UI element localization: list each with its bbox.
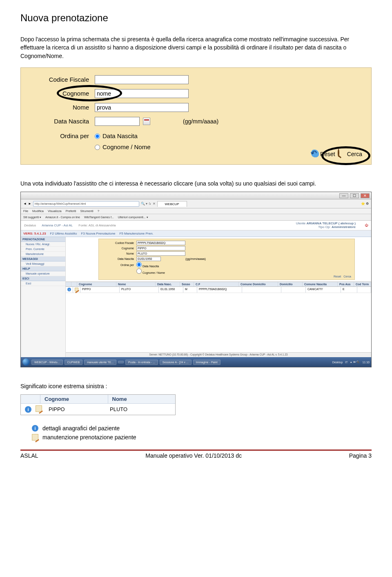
- app-header: Dedalus Arianna CUP - Asl AL Fonte: ASL …: [21, 221, 371, 230]
- menu-strumenti[interactable]: Strumenti: [80, 209, 94, 213]
- info-icon[interactable]: i: [67, 288, 71, 291]
- brand-logo: Dedalus: [24, 224, 36, 227]
- mini-cf[interactable]: [136, 241, 185, 245]
- side-nuova[interactable]: Nuova / Ric. Anagr.: [21, 242, 65, 247]
- fav-more[interactable]: Ulteriori componenti... ▾: [118, 216, 148, 219]
- radio-cognome-nome[interactable]: Cognome / Nome: [95, 143, 151, 150]
- fonte-label: Fonte: ASL di Alessandria: [78, 224, 116, 227]
- fav-wildtangent[interactable]: WildTangent Games f...: [84, 216, 114, 219]
- browser-tab[interactable]: WEBCUP: [157, 201, 187, 207]
- fn-f3[interactable]: F3 Nuova Prenotazione: [81, 232, 115, 235]
- result-table-row[interactable]: i PIPPO PLUTO 01.01.1950 M PPPPLT50A01B6…: [66, 287, 371, 293]
- info-icon: i: [32, 425, 38, 432]
- maximize-button[interactable]: ☐: [350, 193, 359, 198]
- tb-webcup[interactable]: WEBCUP - Windo...: [31, 360, 63, 365]
- input-nome[interactable]: [95, 103, 189, 112]
- legend-row[interactable]: i PIPPO PLUTO: [21, 404, 175, 415]
- date-format-hint: (gg/mm/aaaa): [183, 118, 218, 125]
- function-bar: VERS: 5.4.1.23 F2 Ultimo Assistito F3 Nu…: [21, 230, 371, 237]
- tb-blank[interactable]: [118, 361, 124, 363]
- instruction-paragraph: Una vota individuato l'assistito che ci …: [20, 179, 372, 188]
- side-esci[interactable]: Esci: [21, 281, 65, 286]
- back-icon[interactable]: ◄: [23, 202, 27, 206]
- menu-help[interactable]: ?: [98, 209, 99, 213]
- taskbar: WEBCUP - Windo... CUPWEB manuale utente …: [21, 357, 371, 367]
- radio-data-nascita[interactable]: Data Nascita: [95, 132, 151, 139]
- side-pren-corrente[interactable]: Pren. Corrente: [21, 247, 65, 252]
- side-h-messaggi: MESSAGGI: [21, 257, 65, 262]
- tb-manuale[interactable]: manuale utente TE...: [84, 360, 116, 365]
- label-nome: Nome: [31, 104, 95, 111]
- start-orb[interactable]: [22, 358, 30, 366]
- mini-data[interactable]: [136, 257, 161, 261]
- tb-time: 11:10: [362, 361, 370, 364]
- reset-icon: [310, 150, 319, 159]
- side-manuale[interactable]: Manuale operatore: [21, 271, 65, 276]
- label-ordina-per: Ordina per: [31, 131, 95, 139]
- input-codice-fiscale[interactable]: [95, 75, 189, 84]
- sidebar: PRENOTAZIONE Nuova / Ric. Anagr. Pren. C…: [21, 237, 66, 357]
- legend-list: i dettagli anagrafici del paziente manut…: [32, 425, 372, 441]
- edit-icon[interactable]: [36, 405, 42, 412]
- tb-lang[interactable]: IT: [345, 361, 347, 364]
- mini-cerca[interactable]: Cerca: [343, 275, 351, 278]
- app-name: Arianna CUP - Asl AL: [42, 224, 73, 227]
- fav-amazon[interactable]: Amazon.it - Compra on line: [45, 216, 80, 219]
- close-button[interactable]: ✕: [361, 193, 370, 198]
- reset-button[interactable]: Reset: [310, 150, 335, 159]
- calendar-icon[interactable]: [143, 118, 150, 125]
- mini-reset[interactable]: Reset: [334, 275, 341, 278]
- tb-posta[interactable]: Posta - In entrata - ...: [125, 360, 158, 365]
- address-bar: ◄ ► http://ariannacup/WebCup/frameset.ht…: [21, 199, 371, 208]
- footer-left: ASLAL: [20, 452, 38, 459]
- legend-title: Significato icone estrema sinistra :: [20, 382, 372, 390]
- legend-th-nome: Nome: [108, 395, 176, 403]
- edit-icon: [32, 434, 38, 441]
- user-info: Utente ARIANNA TELECUP ( atelecup ) Tipo…: [296, 222, 356, 229]
- legend-item-edit: manutenzione prenotazione paziente: [42, 434, 136, 441]
- info-icon[interactable]: i: [25, 406, 31, 413]
- mini-nome[interactable]: [136, 251, 185, 256]
- page-title: Nuova prenotazione: [20, 12, 372, 24]
- menu-modifica[interactable]: Modifica: [32, 209, 44, 213]
- favorites-bar: Siti suggeriti ▾ Amazon.it - Compra on l…: [21, 214, 371, 221]
- browser-screenshot: — ☐ ✕ ◄ ► http://ariannacup/WebCup/frame…: [20, 192, 372, 367]
- search-form-panel: Codice Fiscale Cognome Nome Data Nascita…: [20, 67, 372, 165]
- side-vedi-messaggi[interactable]: Vedi Messaggi: [21, 262, 65, 266]
- legend-th-cognome: Cognome: [40, 395, 108, 403]
- fn-f2[interactable]: F2 Ultimo Assistito: [50, 232, 77, 235]
- menu-preferiti[interactable]: Preferiti: [66, 209, 76, 213]
- legend-item-info: dettagli anagrafici del paziente: [42, 425, 120, 432]
- window-titlebar: — ☐ ✕: [21, 192, 371, 199]
- radio-data-nascita-input[interactable]: [95, 134, 100, 139]
- server-footer: Server: NETTUNO (10.70.80.86) - Copyrigh…: [66, 352, 371, 357]
- url-field[interactable]: http://ariannacup/WebCup/frameset.html: [33, 201, 139, 207]
- side-manutenzione[interactable]: Manutenzione: [21, 252, 65, 257]
- input-cognome[interactable]: [95, 89, 189, 98]
- search-icon: [338, 149, 339, 157]
- forward-icon[interactable]: ►: [28, 202, 31, 206]
- label-codice-fiscale: Codice Fiscale: [31, 76, 95, 83]
- exit-icon[interactable]: ⏻: [365, 224, 368, 227]
- mini-search-form: Codice Fiscale Cognome Nome Data Nascita…: [98, 239, 355, 280]
- radio-cognome-nome-input[interactable]: [95, 145, 100, 150]
- intro-paragraph: Dopo l'accesso la prima schermata che si…: [20, 35, 372, 60]
- mini-cognome[interactable]: [136, 246, 185, 250]
- tb-desktop[interactable]: Desktop: [332, 361, 343, 364]
- fav-suggested[interactable]: Siti suggeriti ▾: [23, 216, 41, 219]
- side-h-esci: ESCI: [21, 276, 65, 281]
- tb-sessione[interactable]: Sessione A - [24 x ...: [160, 360, 192, 365]
- menu-file[interactable]: File: [23, 209, 28, 213]
- label-cognome: Cognome: [31, 90, 95, 97]
- edit-icon[interactable]: [75, 288, 78, 291]
- fn-f5[interactable]: F5 Manutenzione Pren.: [119, 232, 153, 235]
- minimize-button[interactable]: —: [339, 193, 348, 198]
- tb-paint[interactable]: Immagine - Paint: [193, 360, 220, 365]
- footer-right: Pagina 3: [349, 452, 372, 459]
- cerca-button[interactable]: Cerca: [337, 150, 362, 159]
- version-label: VERS: 5.4.1.23: [23, 232, 46, 235]
- tb-cupweb[interactable]: CUPWEB: [65, 360, 83, 365]
- input-data-nascita[interactable]: [95, 117, 140, 126]
- page-footer: ASLAL Manuale operativo Ver. 01/10/2013 …: [20, 450, 372, 459]
- menu-visualizza[interactable]: Visualizza: [48, 209, 62, 213]
